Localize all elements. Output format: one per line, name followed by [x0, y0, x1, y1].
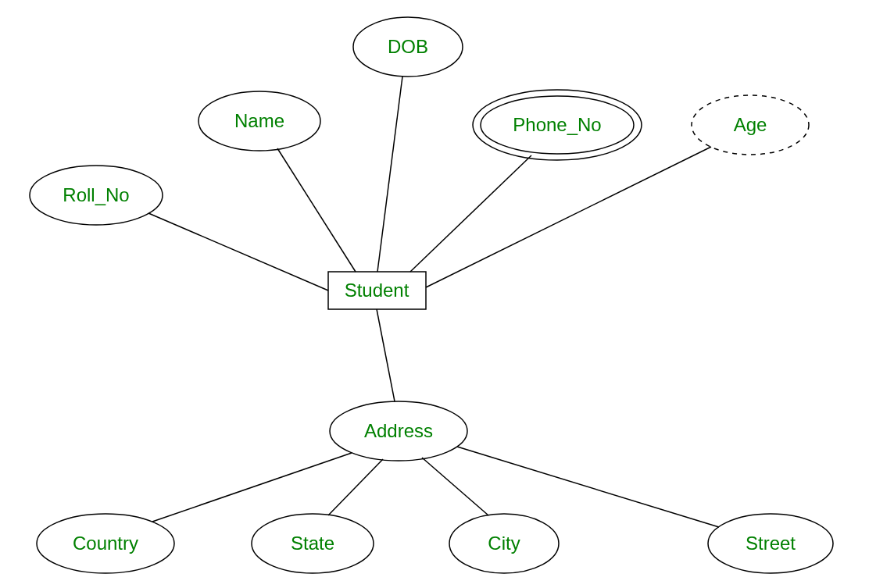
attr-name: Name — [198, 91, 320, 151]
attr-phone-no-label: Phone_No — [513, 114, 601, 135]
attr-street-label: Street — [746, 533, 796, 554]
attr-phone-no: Phone_No — [473, 90, 642, 160]
edge-dob-student — [377, 77, 402, 272]
attr-roll-no: Roll_No — [30, 166, 163, 225]
attr-city: City — [449, 514, 559, 573]
entity-student: Student — [328, 272, 426, 309]
attr-country: Country — [37, 514, 174, 573]
edge-address-state — [328, 459, 383, 515]
edge-student-address — [377, 309, 395, 401]
attr-state-label: State — [291, 533, 334, 554]
edge-name-student — [277, 148, 356, 272]
edge-rollno-student — [148, 213, 328, 290]
attr-state: State — [252, 514, 374, 573]
er-diagram: Student Roll_No Name DOB Phone_No Age Ad… — [0, 0, 869, 588]
entity-student-label: Student — [345, 280, 409, 301]
attr-dob: DOB — [353, 17, 463, 77]
attr-address-label: Address — [364, 420, 433, 441]
attr-country-label: Country — [73, 533, 138, 554]
edge-address-country — [152, 453, 352, 522]
attr-address: Address — [330, 401, 467, 461]
attr-city-label: City — [488, 533, 520, 554]
attr-age: Age — [692, 95, 809, 155]
edge-phone-student — [410, 155, 531, 272]
edge-age-student — [426, 147, 711, 287]
attr-dob-label: DOB — [388, 36, 428, 57]
edge-address-city — [422, 458, 488, 515]
attr-name-label: Name — [234, 110, 284, 131]
attr-roll-no-label: Roll_No — [63, 184, 129, 205]
attr-age-label: Age — [734, 114, 767, 135]
attr-street: Street — [708, 514, 833, 573]
edge-address-street — [457, 447, 719, 527]
